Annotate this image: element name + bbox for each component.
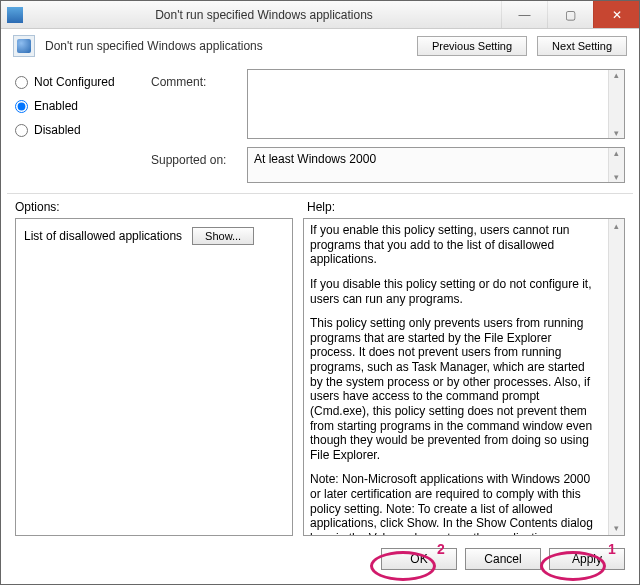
panes: List of disallowed applications Show... … bbox=[1, 218, 639, 542]
dialog-buttons: OK Cancel Apply bbox=[1, 542, 639, 580]
supported-on-field: At least Windows 2000 ▴▾ bbox=[247, 147, 625, 183]
previous-setting-button[interactable]: Previous Setting bbox=[417, 36, 527, 56]
supported-on-text: At least Windows 2000 bbox=[248, 148, 608, 182]
chevron-down-icon: ▾ bbox=[614, 523, 619, 533]
radio-not-configured-label: Not Configured bbox=[34, 75, 115, 89]
disallowed-list-label: List of disallowed applications bbox=[24, 227, 182, 243]
supported-on-scrollbar[interactable]: ▴▾ bbox=[608, 148, 624, 182]
minimize-button[interactable]: — bbox=[501, 1, 547, 28]
state-radio-group: Not Configured Enabled Disabled bbox=[15, 69, 145, 137]
help-para-1: If you enable this policy setting, users… bbox=[310, 223, 600, 267]
apply-button[interactable]: Apply bbox=[549, 548, 625, 570]
radio-enabled[interactable]: Enabled bbox=[15, 99, 145, 113]
upper-form: Not Configured Enabled Disabled Comment:… bbox=[1, 65, 639, 193]
radio-not-configured[interactable]: Not Configured bbox=[15, 75, 145, 89]
comment-textarea[interactable] bbox=[248, 70, 608, 138]
window-buttons: — ▢ ✕ bbox=[501, 1, 639, 28]
options-label: Options: bbox=[15, 200, 293, 214]
comment-scrollbar[interactable]: ▴▾ bbox=[608, 70, 624, 138]
radio-not-configured-input[interactable] bbox=[15, 76, 28, 89]
policy-icon bbox=[13, 35, 35, 57]
chevron-down-icon: ▾ bbox=[614, 128, 619, 138]
comment-field: ▴▾ bbox=[247, 69, 625, 139]
window-title: Don't run specified Windows applications bbox=[27, 8, 501, 22]
maximize-button[interactable]: ▢ bbox=[547, 1, 593, 28]
help-label: Help: bbox=[307, 200, 625, 214]
next-setting-button[interactable]: Next Setting bbox=[537, 36, 627, 56]
chevron-up-icon: ▴ bbox=[614, 148, 619, 158]
header-row: Don't run specified Windows applications… bbox=[1, 29, 639, 65]
chevron-up-icon: ▴ bbox=[614, 70, 619, 80]
app-icon bbox=[7, 7, 23, 23]
radio-enabled-label: Enabled bbox=[34, 99, 78, 113]
radio-disabled-label: Disabled bbox=[34, 123, 81, 137]
help-para-4: Note: Non-Microsoft applications with Wi… bbox=[310, 472, 600, 535]
help-scrollbar[interactable]: ▴▾ bbox=[608, 219, 624, 535]
radio-disabled[interactable]: Disabled bbox=[15, 123, 145, 137]
close-button[interactable]: ✕ bbox=[593, 1, 639, 28]
ok-button[interactable]: OK bbox=[381, 548, 457, 570]
radio-enabled-input[interactable] bbox=[15, 100, 28, 113]
supported-on-label: Supported on: bbox=[151, 147, 241, 167]
help-para-2: If you disable this policy setting or do… bbox=[310, 277, 600, 306]
title-bar: Don't run specified Windows applications… bbox=[1, 1, 639, 29]
policy-title: Don't run specified Windows applications bbox=[45, 39, 407, 53]
chevron-down-icon: ▾ bbox=[614, 172, 619, 182]
options-pane: List of disallowed applications Show... bbox=[15, 218, 293, 536]
chevron-up-icon: ▴ bbox=[614, 221, 619, 231]
show-button[interactable]: Show... bbox=[192, 227, 254, 245]
help-text: If you enable this policy setting, users… bbox=[304, 219, 608, 535]
radio-disabled-input[interactable] bbox=[15, 124, 28, 137]
pane-labels: Options: Help: bbox=[1, 194, 639, 218]
comment-label: Comment: bbox=[151, 69, 241, 89]
help-para-3: This policy setting only prevents users … bbox=[310, 316, 600, 462]
cancel-button[interactable]: Cancel bbox=[465, 548, 541, 570]
help-pane: If you enable this policy setting, users… bbox=[303, 218, 625, 536]
